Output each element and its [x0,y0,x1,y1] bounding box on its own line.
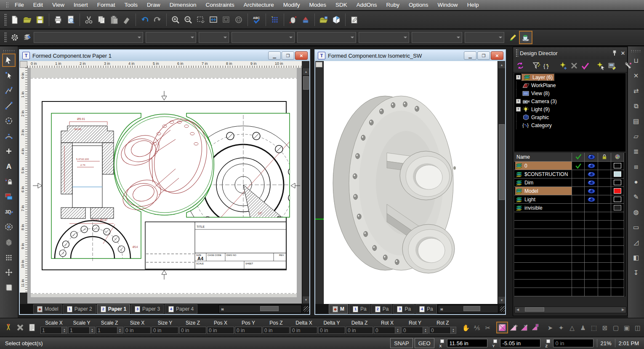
menu-item-constraints[interactable]: Constraints [201,0,239,10]
layer-lock-cell[interactable] [598,204,611,212]
minimize-button[interactable]: ▁ [464,51,476,60]
field-input[interactable]: 0 in [263,327,290,334]
user-tool-icon[interactable]: ♟ [577,322,588,333]
filter-icon[interactable] [531,60,542,71]
mouse-settings-icon[interactable] [287,13,299,26]
box-a-icon[interactable]: ▢ [610,322,621,333]
layer-check-cell[interactable] [572,195,585,204]
menu-item-ruby[interactable]: Ruby [382,0,404,10]
tool-tool-3d[interactable]: 3D [3,205,15,218]
tool-boolean-dice[interactable]: ◧ [630,251,642,264]
apply-check-icon[interactable] [580,60,591,71]
layer-check-cell[interactable] [572,162,585,170]
layer-row-light[interactable]: Light [514,195,625,204]
save-icon[interactable] [34,13,46,26]
field-input[interactable]: 1▲▼ [40,327,67,334]
cursor-tool-icon[interactable]: ➤ [545,322,556,333]
menu-item-tools[interactable]: Tools [120,0,143,10]
format-brush-icon[interactable] [120,13,133,26]
scroll-thumb[interactable] [463,306,480,311]
spell-check-icon[interactable]: ABC [250,13,263,26]
menu-item-options[interactable]: Options [404,0,433,10]
zoom-extents-icon[interactable] [207,13,220,26]
image-edit-icon[interactable] [607,60,617,71]
tool-point[interactable] [3,145,15,157]
pin-icon[interactable] [610,49,619,57]
wp-no-icon[interactable]: NP [519,322,529,333]
field-input[interactable]: 0▲▼ [374,327,401,334]
layer-lock-cell[interactable] [598,187,611,195]
tool-hatch-fill[interactable] [3,190,15,203]
layer-visible-cell[interactable] [585,178,598,187]
field-input[interactable]: 0 in [346,327,373,334]
horizontal-scrollbar[interactable]: ◀▶ [438,305,499,313]
new-doc-icon[interactable] [8,13,21,26]
field-input[interactable]: 0 in [124,327,151,334]
tool-render-sphere[interactable]: ● [630,175,642,188]
wp-fill-icon[interactable] [497,322,507,333]
layer-name-cell[interactable]: $CONSTRUCTION [514,170,572,178]
menu-item-modify[interactable]: Modify [279,0,305,10]
spinner[interactable]: ▲▼ [395,327,400,333]
tab-pa[interactable]: 2Pa [371,304,393,314]
tab-model[interactable]: ◆Model [33,304,62,314]
style-combo-0[interactable] [34,32,143,43]
tree-item-view[interactable]: View (8) [514,89,625,97]
zoom-full-icon[interactable] [220,13,232,26]
expand-icon[interactable]: + [516,99,521,104]
layer-color-cell[interactable] [611,170,624,178]
tool-region[interactable]: ▱ [630,130,642,142]
layer-color-cell[interactable] [611,178,624,187]
tool-solid-3d[interactable] [3,236,15,248]
close-button[interactable]: ✕ [491,51,503,60]
menu-item-sdk[interactable]: SDK [331,0,352,10]
tool-swap-arrows[interactable]: ⇄ [630,84,642,97]
tool-circle[interactable] [3,115,15,127]
pencil-icon[interactable] [507,31,519,44]
tool-select[interactable] [3,54,15,67]
tool-arc[interactable] [3,130,15,142]
layer-row-0[interactable]: 0 [514,162,625,170]
resize-grip[interactable] [303,306,309,312]
field-input[interactable]: 0 in [179,327,206,334]
aerial-view-icon[interactable] [232,13,245,26]
field-input[interactable]: 1▲▼ [68,327,95,334]
field-input[interactable]: 0 in [152,327,178,334]
layer-lock-cell[interactable] [598,178,611,187]
layer-name-cell[interactable]: Model [514,187,572,195]
print-preview-icon[interactable] [64,13,77,26]
star-select-icon[interactable] [596,60,607,71]
tab-paper-3[interactable]: 3Paper 3 [131,304,164,314]
box-b-icon[interactable]: ▣ [621,322,632,333]
menu-item-architecture[interactable]: Architecture [239,0,279,10]
style-combo-1[interactable] [146,32,196,43]
resize-grip[interactable] [500,306,505,312]
snap-toggle[interactable]: SNAP [390,338,412,348]
geo-toggle[interactable]: GEO [415,338,434,348]
window-titlebar[interactable]: T Formed Component.tcw Paper 1 ▁ ❐ ✕ [20,50,309,61]
menu-item-draw[interactable]: Draw [142,0,165,10]
tool-text[interactable]: A [3,160,15,173]
tool-image-stack[interactable]: ⧈ [630,160,642,173]
vertical-scrollbar[interactable]: ▲ ▼ [498,61,505,304]
spinner[interactable]: ▲▼ [89,327,95,333]
delete-x-icon[interactable] [569,60,580,71]
pan-tool-icon[interactable]: ✋ [460,322,471,333]
layer-name-cell[interactable]: Dim [514,178,572,187]
tab-pa[interactable]: 3Pa [393,304,415,314]
layer-color-cell[interactable] [611,162,624,170]
spinner[interactable]: ▲▼ [61,327,67,333]
tab-pa[interactable]: 4Pa [415,304,437,314]
settings-gear-icon[interactable] [8,31,21,44]
tree-item-graphic[interactable]: Graphic [514,113,625,121]
field-input[interactable]: 0 in [318,327,345,334]
point-grid-icon[interactable] [269,13,281,26]
menu-item-modes[interactable]: Modes [304,0,331,10]
layer-visible-cell[interactable] [585,162,598,170]
tool-no-draw[interactable]: ✕ [630,69,642,82]
warn-triangle-icon[interactable]: △ [567,322,577,333]
layer-name-cell[interactable]: Light [514,195,572,204]
tree-item-light[interactable]: +Light (9) [514,105,625,113]
restore-button[interactable]: ❐ [282,51,294,60]
snap-tool-icon[interactable] [299,13,312,26]
